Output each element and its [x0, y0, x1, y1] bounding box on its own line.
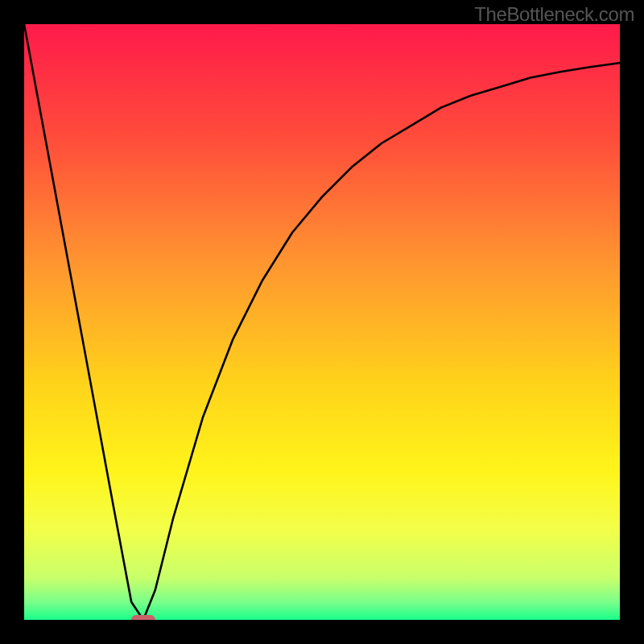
watermark-text: TheBottleneck.com — [474, 3, 634, 26]
optimal-marker — [131, 615, 155, 620]
bottleneck-curve — [24, 24, 620, 620]
plot-area — [24, 24, 620, 620]
chart-frame: TheBottleneck.com — [0, 0, 644, 644]
